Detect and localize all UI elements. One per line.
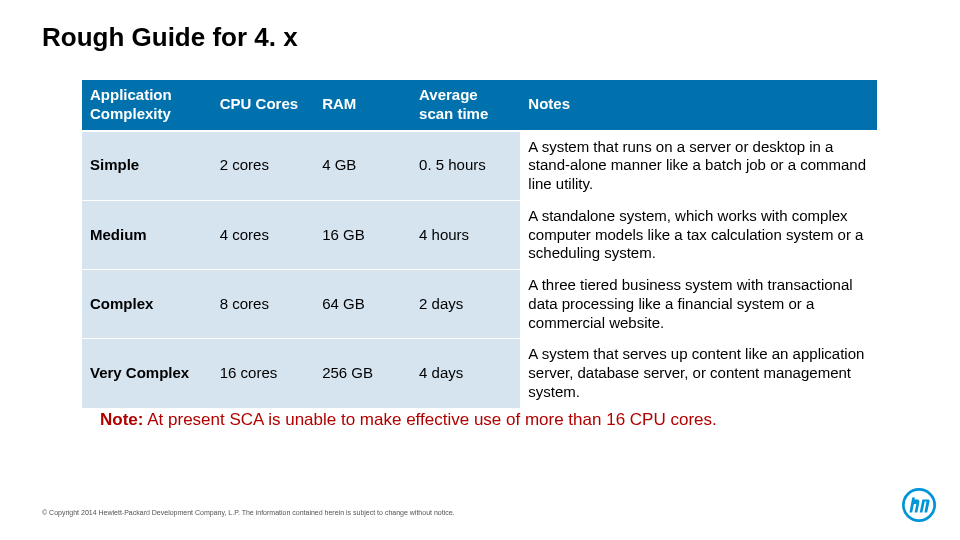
cell-notes: A system that serves up content like an … (520, 339, 877, 408)
cell-complexity: Complex (82, 270, 212, 339)
svg-point-0 (903, 489, 934, 520)
cell-cores: 2 cores (212, 131, 314, 201)
guide-table: Application Complexity CPU Cores RAM Ave… (82, 80, 877, 409)
cell-complexity: Medium (82, 200, 212, 269)
hp-logo-icon (902, 488, 936, 522)
cell-complexity: Simple (82, 131, 212, 201)
header-ram: RAM (314, 80, 411, 131)
cell-notes: A standalone system, which works with co… (520, 200, 877, 269)
cell-cores: 8 cores (212, 270, 314, 339)
table-row: Complex 8 cores 64 GB 2 days A three tie… (82, 270, 877, 339)
cell-complexity: Very Complex (82, 339, 212, 408)
cell-ram: 256 GB (314, 339, 411, 408)
copyright: © Copyright 2014 Hewlett-Packard Develop… (42, 509, 455, 516)
cell-cores: 4 cores (212, 200, 314, 269)
cell-notes: A three tiered business system with tran… (520, 270, 877, 339)
header-cores: CPU Cores (212, 80, 314, 131)
table-row: Very Complex 16 cores 256 GB 4 days A sy… (82, 339, 877, 408)
header-complexity: Application Complexity (82, 80, 212, 131)
table-header-row: Application Complexity CPU Cores RAM Ave… (82, 80, 877, 131)
cell-scan: 4 hours (411, 200, 520, 269)
header-scan: Average scan time (411, 80, 520, 131)
cell-scan: 4 days (411, 339, 520, 408)
header-notes: Notes (520, 80, 877, 131)
table-row: Simple 2 cores 4 GB 0. 5 hours A system … (82, 131, 877, 201)
cell-scan: 0. 5 hours (411, 131, 520, 201)
footnote-body: At present SCA is unable to make effecti… (143, 410, 716, 429)
cell-scan: 2 days (411, 270, 520, 339)
slide: Rough Guide for 4. x Application Complex… (0, 0, 960, 540)
cell-ram: 4 GB (314, 131, 411, 201)
footnote: Note: At present SCA is unable to make e… (100, 410, 900, 430)
cell-cores: 16 cores (212, 339, 314, 408)
table-row: Medium 4 cores 16 GB 4 hours A standalon… (82, 200, 877, 269)
cell-ram: 16 GB (314, 200, 411, 269)
footnote-prefix: Note: (100, 410, 143, 429)
cell-notes: A system that runs on a server or deskto… (520, 131, 877, 201)
page-title: Rough Guide for 4. x (42, 22, 298, 53)
cell-ram: 64 GB (314, 270, 411, 339)
